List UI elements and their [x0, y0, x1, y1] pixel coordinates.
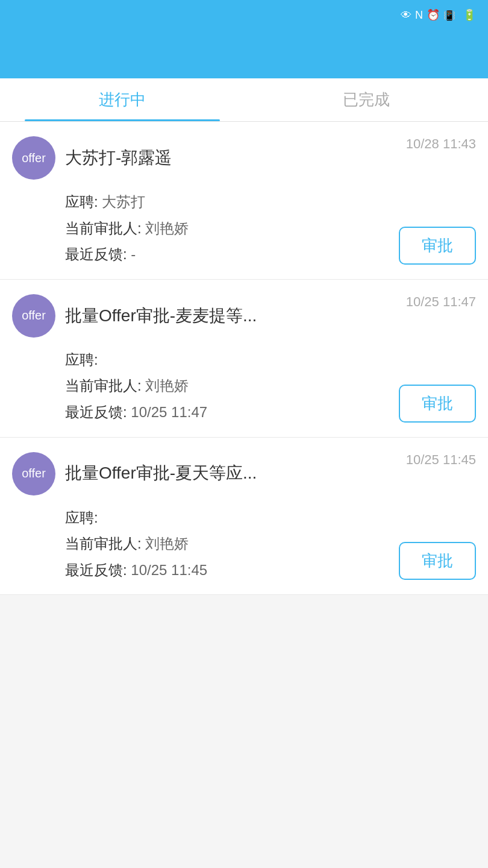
approve-button[interactable]: 审批: [399, 385, 476, 423]
battery-icon: 🔋: [463, 8, 476, 22]
feedback-row: 最近反馈: 10/25 11:45: [65, 560, 207, 580]
approver-label: 当前审批人:: [65, 377, 142, 394]
item-timestamp: 10/25 11:45: [406, 452, 476, 468]
apply-label: 应聘:: [65, 509, 98, 526]
status-right: 👁 N ⏰ 📳 🔋: [401, 8, 480, 22]
list-item: offer 批量Offer审批-麦麦提等... 10/25 11:47 应聘: …: [0, 280, 488, 438]
item-header-left: offer 批量Offer审批-麦麦提等...: [12, 294, 257, 338]
offer-badge: offer: [12, 136, 55, 180]
item-details: 应聘: 当前审批人: 刘艳娇 最近反馈: 10/25 11:45 审批: [65, 508, 476, 580]
item-details: 应聘: 大苏打 当前审批人: 刘艳娇 最近反馈: - 审批: [65, 192, 476, 265]
item-details: 应聘: 当前审批人: 刘艳娇 最近反馈: 10/25 11:47 审批: [65, 350, 476, 423]
eye-icon: 👁: [401, 9, 411, 22]
approver-value: 刘艳娇: [145, 377, 189, 394]
tab-done-label: 已完成: [343, 89, 390, 110]
approver-label: 当前审批人:: [65, 535, 142, 552]
feedback-row: 最近反馈: -: [65, 244, 189, 265]
feedback-value: 10/25 11:45: [131, 562, 207, 578]
list-item: offer 批量Offer审批-夏天等应... 10/25 11:45 应聘: …: [0, 438, 488, 596]
vibrate-icon: 📳: [443, 10, 455, 21]
apply-row: 应聘: 大苏打: [65, 192, 189, 212]
approver-row: 当前审批人: 刘艳娇: [65, 376, 207, 396]
apply-value: 大苏打: [102, 193, 145, 210]
feedback-row: 最近反馈: 10/25 11:47: [65, 402, 207, 423]
feedback-label: 最近反馈:: [65, 562, 127, 578]
alarm-icon: ⏰: [427, 8, 440, 22]
tabs-container: 进行中 已完成: [0, 78, 488, 122]
list-item: offer 大苏打-郭露遥 10/28 11:43 应聘: 大苏打 当前审批人:…: [0, 122, 488, 280]
offer-badge: offer: [12, 294, 55, 338]
item-header: offer 批量Offer审批-麦麦提等... 10/25 11:47: [12, 294, 476, 338]
apply-label: 应聘:: [65, 351, 98, 368]
feedback-label: 最近反馈:: [65, 404, 127, 420]
approver-label: 当前审批人:: [65, 220, 142, 236]
tab-done[interactable]: 已完成: [244, 78, 488, 121]
apply-row: 应聘:: [65, 350, 207, 370]
status-bar: 👁 N ⏰ 📳 🔋: [0, 0, 488, 30]
tab-active[interactable]: 进行中: [0, 78, 244, 121]
item-header: offer 批量Offer审批-夏天等应... 10/25 11:45: [12, 452, 476, 495]
item-info: 应聘: 大苏打 当前审批人: 刘艳娇 最近反馈: -: [65, 192, 189, 265]
item-info: 应聘: 当前审批人: 刘艳娇 最近反馈: 10/25 11:47: [65, 350, 207, 423]
feedback-value: 10/25 11:47: [131, 404, 207, 420]
item-header: offer 大苏打-郭露遥 10/28 11:43: [12, 136, 476, 180]
list-content: offer 大苏打-郭露遥 10/28 11:43 应聘: 大苏打 当前审批人:…: [0, 122, 488, 595]
feedback-value: -: [131, 246, 136, 262]
nfc-icon: N: [415, 9, 423, 22]
header: [0, 30, 488, 78]
item-header-left: offer 批量Offer审批-夏天等应...: [12, 452, 257, 495]
item-timestamp: 10/25 11:47: [406, 294, 476, 310]
approver-row: 当前审批人: 刘艳娇: [65, 533, 207, 554]
item-title: 批量Offer审批-夏天等应...: [65, 462, 257, 484]
approver-row: 当前审批人: 刘艳娇: [65, 218, 189, 239]
tab-active-label: 进行中: [99, 89, 146, 110]
item-info: 应聘: 当前审批人: 刘艳娇 最近反馈: 10/25 11:45: [65, 508, 207, 580]
offer-badge: offer: [12, 452, 55, 495]
item-title: 批量Offer审批-麦麦提等...: [65, 305, 257, 327]
item-header-left: offer 大苏打-郭露遥: [12, 136, 172, 180]
approve-button[interactable]: 审批: [399, 227, 476, 265]
apply-row: 应聘:: [65, 508, 207, 528]
item-title: 大苏打-郭露遥: [65, 147, 172, 169]
item-timestamp: 10/28 11:43: [406, 136, 476, 152]
approve-button[interactable]: 审批: [399, 542, 476, 580]
feedback-label: 最近反馈:: [65, 246, 127, 262]
approver-value: 刘艳娇: [145, 535, 189, 552]
apply-label: 应聘:: [65, 193, 98, 210]
approver-value: 刘艳娇: [145, 220, 189, 236]
